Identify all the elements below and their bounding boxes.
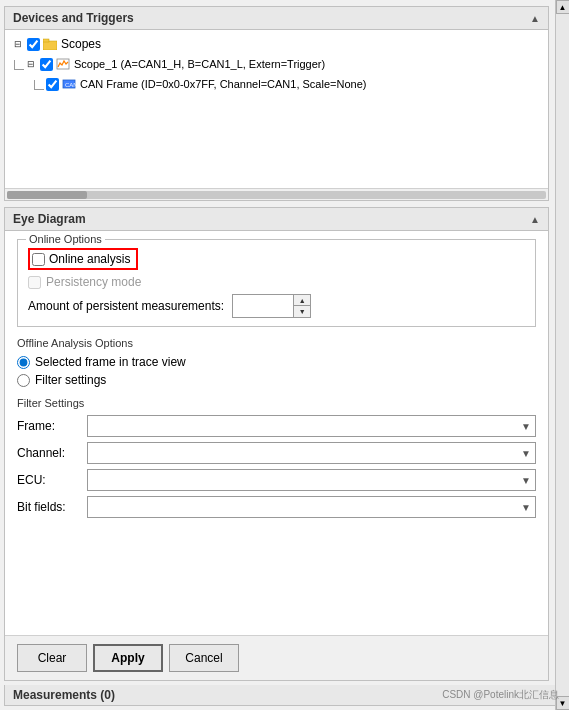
filter-settings-section: Filter Settings Frame: ▼ Channel: ▼ ECU: (17, 397, 536, 518)
scopes-expand-icon[interactable]: ⊟ (11, 37, 25, 51)
svg-text:CAN: CAN (65, 82, 76, 88)
amount-spinner[interactable]: 20 ▲ ▼ (232, 294, 311, 318)
bit-fields-label: Bit fields: (17, 500, 87, 514)
right-scrollbar[interactable]: ▲ ▼ (555, 0, 569, 710)
offline-analysis-legend: Offline Analysis Options (17, 337, 536, 349)
ecu-row: ECU: ▼ (17, 469, 536, 491)
amount-row: Amount of persistent measurements: 20 ▲ … (28, 294, 525, 318)
online-options-section: Online Options Online analysis Persisten… (17, 239, 536, 327)
channel-dropdown[interactable]: ▼ (87, 442, 536, 464)
can-frame-label: CAN Frame (ID=0x0-0x7FF, Channel=CAN1, S… (80, 78, 366, 90)
can-frame-icon: CAN (61, 76, 77, 92)
devices-triggers-header: Devices and Triggers ▲ (5, 7, 548, 30)
apply-button[interactable]: Apply (93, 644, 163, 672)
scopes-folder-icon (42, 36, 58, 52)
ecu-dropdown[interactable]: ▼ (87, 469, 536, 491)
scroll-track (556, 14, 569, 696)
bit-fields-dropdown[interactable]: ▼ (87, 496, 536, 518)
frame-label: Frame: (17, 419, 87, 433)
bit-fields-dropdown-arrow: ▼ (521, 502, 531, 513)
scope1-checkbox[interactable] (40, 58, 53, 71)
tree-item-can-frame: CAN CAN Frame (ID=0x0-0x7FF, Channel=CAN… (5, 74, 548, 94)
online-analysis-label: Online analysis (49, 252, 130, 266)
scope1-label: Scope_1 (A=CAN1_H, B=CAN1_L, Extern=Trig… (74, 58, 325, 70)
frame-row: Frame: ▼ (17, 415, 536, 437)
frame-dropdown[interactable]: ▼ (87, 415, 536, 437)
amount-down-button[interactable]: ▼ (294, 306, 310, 317)
eye-diagram-title: Eye Diagram (13, 212, 86, 226)
scroll-up-button[interactable]: ▲ (556, 0, 570, 14)
devices-triggers-collapse-icon[interactable]: ▲ (530, 13, 540, 24)
offline-option2-radio[interactable] (17, 374, 30, 387)
top-panel-scrollbar[interactable] (5, 188, 548, 200)
offline-option1-radio[interactable] (17, 356, 30, 369)
scopes-label: Scopes (61, 37, 101, 51)
watermark: CSDN @Potelink北汇信息 (442, 688, 559, 702)
amount-up-button[interactable]: ▲ (294, 295, 310, 306)
clear-button[interactable]: Clear (17, 644, 87, 672)
channel-label: Channel: (17, 446, 87, 460)
bit-fields-row: Bit fields: ▼ (17, 496, 536, 518)
offline-option1-label: Selected frame in trace view (35, 355, 186, 369)
ecu-label: ECU: (17, 473, 87, 487)
persistency-mode-label: Persistency mode (46, 275, 141, 289)
online-options-legend: Online Options (26, 233, 105, 245)
tree-item-scope1: ⊟ Scope_1 (A=CAN1_H, B=CAN1_L, Extern=Tr… (5, 54, 548, 74)
measurements-label: Measurements (0) (13, 688, 115, 702)
buttons-row: Clear Apply Cancel (5, 635, 548, 680)
offline-option1-row: Selected frame in trace view (17, 355, 536, 369)
persistency-mode-checkbox[interactable] (28, 276, 41, 289)
scopes-checkbox[interactable] (27, 38, 40, 51)
amount-input[interactable]: 20 (233, 298, 293, 314)
eye-diagram-header: Eye Diagram ▲ (5, 208, 548, 231)
frame-dropdown-arrow: ▼ (521, 421, 531, 432)
devices-triggers-content: ⊟ Scopes ⊟ (5, 30, 548, 188)
offline-option2-label: Filter settings (35, 373, 106, 387)
channel-dropdown-arrow: ▼ (521, 448, 531, 459)
offline-analysis-section: Offline Analysis Options Selected frame … (17, 337, 536, 387)
svg-rect-1 (43, 39, 49, 42)
svg-rect-0 (43, 41, 57, 50)
scope1-icon (55, 56, 71, 72)
devices-triggers-title: Devices and Triggers (13, 11, 134, 25)
online-analysis-checkbox[interactable] (32, 253, 45, 266)
can-frame-checkbox[interactable] (46, 78, 59, 91)
eye-diagram-collapse-icon[interactable]: ▲ (530, 214, 540, 225)
persistency-mode-row: Persistency mode (28, 275, 525, 289)
ecu-dropdown-arrow: ▼ (521, 475, 531, 486)
tree-item-scopes: ⊟ Scopes (5, 34, 548, 54)
offline-option2-row: Filter settings (17, 373, 536, 387)
cancel-button[interactable]: Cancel (169, 644, 239, 672)
online-analysis-row: Online analysis (28, 248, 525, 270)
amount-label: Amount of persistent measurements: (28, 299, 224, 313)
channel-row: Channel: ▼ (17, 442, 536, 464)
scope1-expand-icon[interactable]: ⊟ (24, 57, 38, 71)
filter-settings-legend: Filter Settings (17, 397, 536, 409)
eye-diagram-content: Online Options Online analysis Persisten… (5, 231, 548, 635)
